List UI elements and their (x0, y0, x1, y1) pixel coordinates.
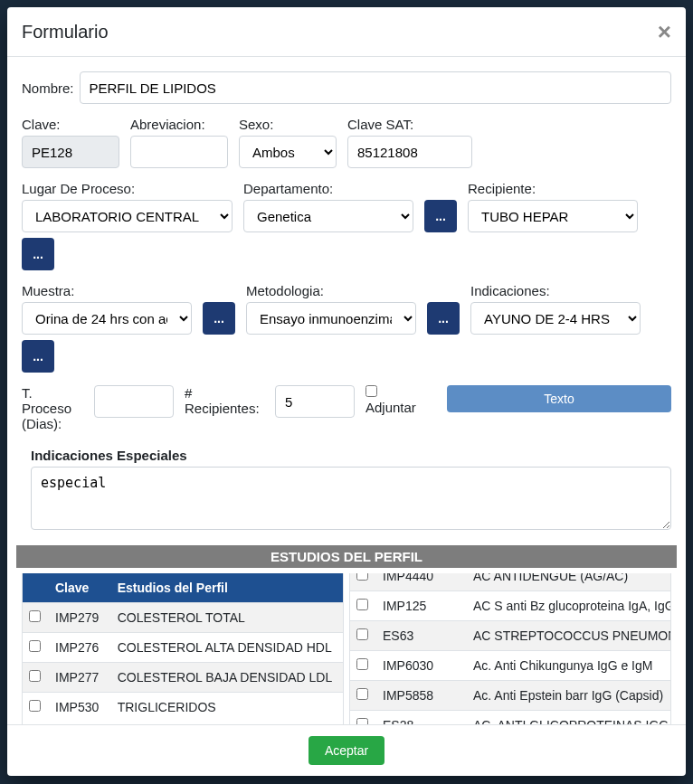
table-row: IMP276COLESTEROL ALTA DENSIDAD HDL (23, 633, 343, 663)
lugar-proceso-select[interactable]: LABORATORIO CENTRAL (22, 200, 233, 232)
muestra-label: Muestra: (22, 283, 192, 298)
row-clave: IMP6030 (374, 651, 464, 681)
modal-title: Formulario (22, 22, 109, 43)
section-banner: ESTUDIOS DEL PERFIL (16, 545, 677, 568)
row-nombre: AC STREPTOCOCCUS PNEUMON (464, 621, 671, 651)
recipiente-lookup-button[interactable]: ... (22, 238, 54, 270)
row-checkbox[interactable] (29, 610, 41, 622)
row-checkbox[interactable] (29, 640, 41, 652)
row-checkbox[interactable] (29, 700, 41, 712)
row-clave: IMP5858 (374, 681, 464, 711)
row-clave: IMP277 (46, 663, 109, 693)
row-checkbox[interactable] (356, 628, 368, 640)
table-row: IMP6030Ac. Anti Chikungunya IgG e IgM (350, 651, 671, 681)
table-row: IMP530TRIGLICERIDOS (23, 693, 343, 723)
clave-sat-label: Clave SAT: (347, 117, 472, 132)
nombre-label: Nombre: (22, 80, 74, 96)
table-row: ES63AC STREPTOCOCCUS PNEUMON (350, 621, 671, 651)
texto-button[interactable]: Texto (447, 385, 671, 412)
table-row: IMP125AC S anti Bz glucoproteina IgA, Ig… (350, 591, 671, 621)
indicaciones-select[interactable]: AYUNO DE 2-4 HRS (470, 302, 641, 335)
abreviacion-label: Abreviacion: (130, 117, 228, 132)
t-proceso-label: T. Proceso (Dias): (22, 385, 83, 431)
row-clave: ES63 (374, 621, 464, 651)
row-nombre: COLESTEROL BAJA DENSIDAD LDL (109, 663, 343, 693)
table-row: IMP4440AC ANTIDENGUE (AG/AC) (350, 573, 671, 591)
row-clave: IMP4440 (374, 573, 464, 591)
table-row: ES28AC. ANTI GLICOPROTEINAS IGG (350, 711, 671, 725)
available-studies-table: IMP4440AC ANTIDENGUE (AG/AC)IMP125AC S a… (349, 573, 671, 724)
clave-label: Clave: (22, 117, 119, 132)
row-checkbox[interactable] (356, 658, 368, 670)
clave-sat-input[interactable] (347, 136, 472, 168)
abreviacion-input[interactable] (130, 136, 228, 168)
row-nombre: AC. ANTI GLICOPROTEINAS IGG (464, 711, 671, 725)
row-checkbox[interactable] (356, 688, 368, 700)
adjuntar-label: Adjuntar (365, 400, 436, 415)
table-row: IMP277COLESTEROL BAJA DENSIDAD LDL (23, 663, 343, 693)
metodologia-label: Metodologia: (246, 283, 416, 298)
row-nombre: Ac. Anti Epstein barr IgG (Capsid) (464, 681, 671, 711)
adjuntar-checkbox[interactable] (365, 385, 377, 397)
muestra-lookup-button[interactable]: ... (203, 302, 235, 335)
muestra-select[interactable]: Orina de 24 hrs con acido (22, 302, 192, 335)
col-clave: Clave (46, 573, 109, 603)
row-nombre: COLESTEROL ALTA DENSIDAD HDL (109, 633, 343, 663)
t-proceso-input[interactable] (94, 385, 174, 418)
departamento-label: Departamento: (243, 181, 413, 196)
profile-studies-table: Clave Estudios del Perfil IMP279COLESTER… (22, 573, 344, 724)
nombre-input[interactable] (80, 71, 671, 104)
row-checkbox[interactable] (356, 718, 368, 724)
row-clave: IMP125 (374, 591, 464, 621)
row-clave: IMP279 (46, 603, 109, 633)
recipiente-select[interactable]: TUBO HEPAR (468, 200, 638, 232)
row-checkbox[interactable] (356, 573, 368, 581)
departamento-select[interactable]: Genetica (243, 200, 413, 232)
indicaciones-lookup-button[interactable]: ... (22, 340, 54, 373)
sexo-select[interactable]: Ambos (239, 136, 337, 168)
aceptar-button[interactable]: Aceptar (309, 736, 384, 765)
num-recipientes-label: # Recipientes: (185, 385, 264, 416)
row-nombre: Ac. Anti Chikungunya IgG e IgM (464, 651, 671, 681)
num-recipientes-input[interactable] (275, 385, 355, 418)
row-nombre: AC ANTIDENGUE (AG/AC) (464, 573, 671, 591)
col-estudios: Estudios del Perfil (109, 573, 343, 603)
row-clave: IMP276 (46, 633, 109, 663)
row-checkbox[interactable] (356, 599, 368, 610)
recipiente-label: Recipiente: (468, 181, 638, 196)
clave-input (22, 136, 119, 168)
indicaciones-especiales-label: Indicaciones Especiales (31, 448, 671, 463)
table-row: IMP5858Ac. Anti Epstein barr IgG (Capsid… (350, 681, 671, 711)
row-nombre: COLESTEROL TOTAL (109, 603, 343, 633)
formulario-modal: Formulario × Nombre: Clave: Abreviacion: (7, 7, 686, 776)
sexo-label: Sexo: (239, 117, 337, 132)
close-icon[interactable]: × (658, 20, 671, 43)
metodologia-lookup-button[interactable]: ... (427, 302, 460, 335)
row-nombre: TRIGLICERIDOS (109, 693, 343, 723)
row-clave: ES28 (374, 711, 464, 725)
metodologia-select[interactable]: Ensayo inmunoenzimatico (246, 302, 416, 335)
indicaciones-label: Indicaciones: (470, 283, 641, 298)
lugar-proceso-label: Lugar De Proceso: (22, 181, 233, 196)
row-checkbox[interactable] (29, 670, 41, 682)
departamento-lookup-button[interactable]: ... (424, 200, 457, 232)
row-clave: IMP530 (46, 693, 109, 723)
indicaciones-especiales-textarea[interactable]: especial (31, 467, 671, 530)
table-row: IMP279COLESTEROL TOTAL (23, 603, 343, 633)
row-nombre: AC S anti Bz glucoproteina IgA, IgG (464, 591, 671, 621)
